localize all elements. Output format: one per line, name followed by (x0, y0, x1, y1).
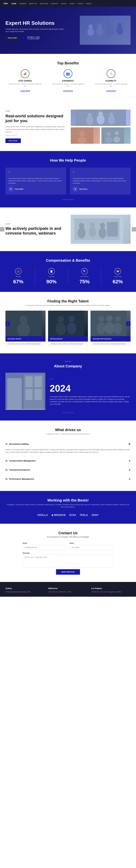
faq-list: 01. Recruitment Staffing ∨ Answer: Lorem… (5, 439, 131, 484)
recruitment-stat-label: Recruitment (81, 276, 89, 277)
talent-arrow-right[interactable]: › (126, 321, 131, 326)
how-we-help-section: How We Help People " Lorem ipsum dolor s… (0, 151, 136, 208)
solutions-img-svg-1 (75, 110, 126, 126)
hero-read-more-button[interactable]: READ MORE (5, 36, 19, 40)
quote-icon-2: " (73, 170, 128, 176)
testimonial-author-2: S Sam Perry (73, 187, 128, 192)
footer-address-melbourne: 100 Collins St, 32 Melbourne, 3000 (48, 591, 88, 593)
email-label: Email (23, 542, 66, 544)
solutions-images (71, 110, 131, 144)
faq-item-0: 01. Recruitment Staffing ∨ Answer: Lorem… (5, 439, 131, 456)
talent-card-0: Executive Search Lorem ipsum dolor sit a… (5, 311, 46, 346)
solutions-img-credit: Images from Freepik (5, 135, 65, 136)
benefit-title-2: FLEXIBILITY (93, 80, 128, 82)
about-label: SECTION (5, 361, 131, 362)
forums-arrow-right[interactable]: › (132, 227, 136, 231)
recruitment-stat-icon: 🔍 (81, 268, 88, 275)
email-input[interactable] (23, 545, 66, 550)
svg-point-28 (90, 222, 95, 227)
faq-item-2: 03. Training Development + (5, 465, 131, 474)
svg-point-8 (118, 23, 122, 27)
talent-img-svg-1 (48, 311, 84, 336)
learn-more-1[interactable]: LEARN MORE (63, 90, 73, 92)
solutions-section: GUIDE Real-world solutions designed just… (0, 102, 136, 151)
about-content: ‹ › 2024 Lorem ipsum dolor sit amet, con… (5, 373, 131, 410)
nav-contact[interactable]: CONTACT (51, 3, 58, 5)
nav-team[interactable]: OUR TEAM (40, 3, 48, 5)
svg-point-20 (106, 131, 111, 136)
hero-section: Expert HR Solutions Sample large text. L… (0, 6, 136, 54)
svg-point-37 (57, 316, 64, 322)
testimonial-text-2: Lorem ipsum dolor sit amet, consectetur … (73, 178, 128, 184)
faq-question-3[interactable]: 04. Performance Management + (5, 474, 131, 484)
benefits-stat-icon: 💼 (15, 268, 21, 275)
hero-text: Sample large text. Lorem ipsum dolor sit… (5, 28, 65, 33)
recruitment-stat-value: 75% (80, 279, 90, 285)
footer-city-melbourne: Melbourne (48, 587, 88, 589)
form-group-name: Name (70, 542, 114, 550)
brand-logo-ev3a: EV3A (69, 514, 76, 517)
benefits-section: Top Benefits 💰 COST SAVINGS Lorem ipsum … (0, 54, 136, 102)
svg-rect-51 (26, 376, 33, 387)
faq-question-text-2: 03. Training Development (5, 469, 30, 471)
nav-page5[interactable]: PAGE 5 (86, 3, 92, 5)
cost-savings-icon: 💰 (21, 69, 29, 78)
benefits-grid: 💰 COST SAVINGS Lorem ipsum dolor sit ame… (5, 66, 131, 95)
talent-subtitle: Lorem ipsum dolor sit amet, consectetur … (5, 304, 131, 306)
compensation-section: Compensation & Benefits 💼 Benefits 67% 📋… (0, 251, 136, 292)
compensation-stats: 💼 Benefits 67% 📋 Trainings 90% 🔍 Recruit… (5, 268, 131, 285)
how-we-help-title: How We Help People (5, 158, 131, 162)
nav-page2[interactable]: PAGE 2 (61, 3, 67, 5)
nav-landing[interactable]: LANDING (19, 3, 26, 5)
nav-page4[interactable]: PAGE 4 (78, 3, 83, 5)
solutions-title: Real-world solutions designed just for y… (5, 114, 65, 123)
benefits-stat-label: Benefits (15, 276, 21, 277)
talent-arrow-left[interactable]: ‹ (5, 321, 10, 326)
benefit-cost-savings: 💰 COST SAVINGS Lorem ipsum dolor sit ame… (5, 66, 45, 95)
bests-logos: CROLLA ◈ BINANCE EV3A TESLA SONY (5, 514, 131, 517)
about-prev-button[interactable]: ‹ (50, 377, 51, 380)
solutions-images-bottom (71, 127, 131, 144)
benefits-stat-value: 67% (13, 279, 24, 285)
nav-home[interactable]: HOME (11, 3, 16, 5)
svg-point-47 (114, 323, 122, 334)
about-section: SECTION About Company ‹ › 2024 Lorem ips… (0, 353, 136, 421)
nav-about[interactable]: ABOUT US (29, 3, 37, 5)
solutions-img-svg-3 (101, 127, 124, 144)
faq-question-2[interactable]: 03. Training Development + (5, 465, 131, 474)
solutions-image-bottom-left (71, 127, 100, 144)
svg-point-15 (109, 113, 114, 117)
talent-carousel: ‹ Executive Search Lorem ipsum dolor sit… (5, 311, 131, 346)
solutions-read-more-button[interactable]: READ MORE (5, 138, 21, 143)
svg-point-45 (105, 322, 115, 334)
forums-label: GUIDE (5, 223, 65, 225)
svg-point-4 (97, 23, 102, 28)
svg-point-7 (116, 26, 123, 35)
faq-question-0[interactable]: 01. Recruitment Staffing ∨ (5, 439, 131, 448)
brand-logo-sony: SONY (92, 514, 99, 517)
svg-point-27 (78, 227, 86, 238)
form-group-message: Message (23, 552, 114, 567)
author-name-2: Sam Perry (79, 188, 87, 190)
name-input[interactable] (70, 545, 114, 550)
faq-toggle-0: ∨ (128, 442, 131, 446)
testimonial-author-1: P Paul Smith (8, 187, 63, 192)
talent-img-svg-0 (5, 311, 42, 336)
svg-rect-49 (7, 378, 22, 409)
hero-people-svg (80, 16, 131, 45)
nav-page3[interactable]: PAGE 3 (69, 3, 75, 5)
learn-more-2[interactable]: LEARN MORE (106, 90, 116, 92)
footer-address-la: 348 Main St, Suite 124 Los Angeles, CA 9… (91, 591, 131, 593)
hero-people-image (80, 16, 131, 45)
message-textarea[interactable] (23, 555, 114, 567)
about-next-button[interactable]: › (52, 377, 53, 380)
faq-question-1[interactable]: 02. Compensation Management + (5, 456, 131, 465)
footer-sydney: Sydney 45 Riveting Bay Express Sydney, 2… (5, 587, 45, 593)
send-message-button[interactable]: SEND MESSAGE (56, 569, 80, 575)
bests-title: Working with the Bests! (5, 498, 131, 502)
learn-more-0[interactable]: LEARN MORE (20, 90, 30, 92)
footer: Sydney 45 Riveting Bay Express Sydney, 2… (0, 582, 136, 597)
about-right-content: ‹ › 2024 Lorem ipsum dolor sit amet, con… (50, 377, 131, 405)
forums-arrow-left[interactable]: ‹ (0, 227, 4, 231)
solutions-image-bottom-right (101, 127, 131, 144)
